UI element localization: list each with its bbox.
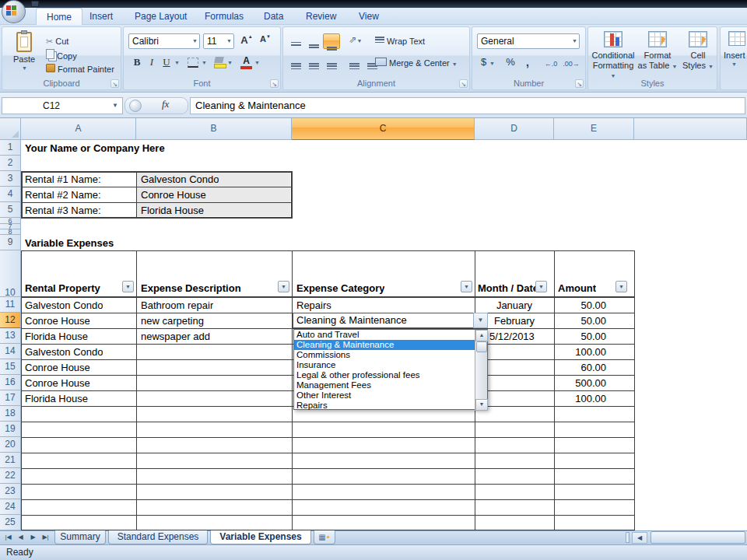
dropdown-item[interactable]: Repairs <box>294 401 476 411</box>
currency-button[interactable]: $ ▼ <box>477 55 499 71</box>
row-header-25[interactable]: 25 <box>0 515 21 530</box>
font-dialog-launcher[interactable]: ↘ <box>270 79 279 88</box>
font-family-combo[interactable]: Calibri▼ <box>128 33 200 49</box>
row-header-20[interactable]: 20 <box>0 437 21 453</box>
dropdown-item[interactable]: Auto and Travel <box>294 330 476 340</box>
dropdown-button[interactable]: ▼ <box>473 313 488 328</box>
tab-view[interactable]: View <box>349 8 389 25</box>
borders-dropdown-arrow[interactable]: ▼ <box>202 60 207 65</box>
column-header-e[interactable]: E <box>554 118 634 140</box>
prev-sheet-button[interactable]: ◀ <box>15 532 26 543</box>
italic-button[interactable]: I <box>145 55 159 71</box>
cell-a15[interactable]: Conroe House <box>25 360 90 376</box>
column-header-b[interactable]: B <box>136 118 292 140</box>
column-header-a[interactable]: A <box>21 118 136 140</box>
row-header-15[interactable]: 15 <box>0 359 21 375</box>
row-header-14[interactable]: 14 <box>0 344 21 359</box>
clipboard-dialog-launcher[interactable]: ↘ <box>110 79 119 88</box>
fill-color-button[interactable] <box>214 57 225 68</box>
row-header-22[interactable]: 22 <box>0 468 21 484</box>
dropdown-scrollbar[interactable]: ▲ ▼ <box>475 330 487 411</box>
select-all-corner[interactable] <box>0 118 21 140</box>
cell-a17[interactable]: Florida House <box>25 391 88 407</box>
format-painter-button[interactable]: Format Painter <box>46 63 124 76</box>
alignment-dialog-launcher[interactable]: ↘ <box>459 79 468 88</box>
font-size-combo[interactable]: 11▼ <box>203 33 234 49</box>
cell-rental1-label[interactable]: Rental #1 Name: <box>25 172 101 187</box>
dropdown-item[interactable]: Commissions <box>294 350 476 360</box>
number-format-combo[interactable]: General▼ <box>477 33 580 49</box>
cell-a9-section-title[interactable]: Variable Expenses <box>25 236 114 251</box>
row-header-13[interactable]: 13 <box>0 328 21 344</box>
next-sheet-button[interactable]: ▶ <box>27 532 39 543</box>
row-header-18[interactable]: 18 <box>0 406 21 422</box>
format-as-table-button[interactable]: Format as Table ▼ <box>637 30 678 79</box>
row-header-8[interactable]: 8 <box>0 229 21 235</box>
cell-e13[interactable]: 50.00 <box>554 329 606 345</box>
header-month-date[interactable]: Month / Date <box>478 281 535 296</box>
cell-d11[interactable]: January <box>475 298 553 313</box>
cell-d13[interactable]: 5/12/2013 <box>489 329 535 345</box>
first-sheet-button[interactable]: |◀ <box>2 532 14 543</box>
align-left-button[interactable] <box>287 55 304 71</box>
cell-a12[interactable]: Conroe House <box>25 313 90 329</box>
borders-icon[interactable] <box>188 58 198 68</box>
row-header-7[interactable]: 7 <box>0 224 21 229</box>
filter-button-month[interactable]: ▼ <box>535 281 547 292</box>
percent-button[interactable]: % <box>502 55 519 71</box>
header-expense-category[interactable]: Expense Category <box>296 281 384 296</box>
align-top-button[interactable] <box>287 33 304 49</box>
filter-button-description[interactable]: ▼ <box>278 281 289 292</box>
cell-rental2-label[interactable]: Rental #2 Name: <box>25 187 101 203</box>
cell-b12[interactable]: new carpeting <box>141 313 204 329</box>
name-box[interactable]: C12 <box>2 97 123 114</box>
align-middle-button[interactable] <box>305 33 322 49</box>
bold-button[interactable]: B <box>130 55 144 71</box>
header-rental-property[interactable]: Rental Property <box>25 281 100 296</box>
cell-a13[interactable]: Florida House <box>25 329 88 345</box>
tab-data[interactable]: Data <box>254 8 293 25</box>
cell-rental2-value[interactable]: Conroe House <box>141 187 206 203</box>
cell-rental3-value[interactable]: Florida House <box>141 203 204 219</box>
decrease-indent-button[interactable] <box>345 55 363 71</box>
tab-insert[interactable]: Insert <box>79 8 123 25</box>
cell-b13[interactable]: newspaper add <box>141 329 210 345</box>
conditional-formatting-button[interactable]: Conditional Formatting ▼ <box>591 30 636 79</box>
align-right-button[interactable] <box>323 55 340 71</box>
row-header-5[interactable]: 5 <box>0 202 21 218</box>
tab-home[interactable]: Home <box>36 8 82 25</box>
row-header-19[interactable]: 19 <box>0 422 21 437</box>
formula-input[interactable]: Cleaning & Maintenance <box>190 97 745 114</box>
comma-button[interactable]: , <box>521 55 535 71</box>
row-header-9[interactable]: 9 <box>0 235 21 250</box>
wrap-text-button[interactable]: Wrap Text <box>375 35 461 48</box>
row-header-4[interactable]: 4 <box>0 187 21 202</box>
fx-icon[interactable]: fx <box>162 98 169 110</box>
name-box-dropdown-arrow[interactable]: ▼ <box>109 97 121 114</box>
insert-worksheet-button[interactable]: ▦✦ <box>314 530 335 544</box>
cell-e14[interactable]: 100.00 <box>554 345 606 360</box>
hscroll-thumb[interactable] <box>651 531 745 544</box>
header-expense-description[interactable]: Expense Description <box>141 281 241 296</box>
filter-button-amount[interactable]: ▼ <box>615 281 627 292</box>
row-header-21[interactable]: 21 <box>0 453 21 468</box>
grow-font-button[interactable]: A▲ <box>237 33 256 49</box>
tab-formulas[interactable]: Formulas <box>195 8 254 25</box>
hscroll-left-arrow[interactable]: ◀ <box>632 532 647 544</box>
align-center-button[interactable] <box>305 55 322 71</box>
merge-center-button[interactable]: Merge & Center ▼ <box>375 57 468 70</box>
dropdown-item[interactable]: Management Fees <box>294 380 476 390</box>
scroll-down-icon[interactable]: ▼ <box>475 399 488 411</box>
number-dialog-launcher[interactable]: ↘ <box>575 79 584 88</box>
filter-button-category[interactable]: ▼ <box>461 281 472 292</box>
cell-e16[interactable]: 500.00 <box>554 376 606 391</box>
tab-review[interactable]: Review <box>296 8 346 25</box>
increase-decimal-button[interactable]: ←.0 <box>541 55 561 71</box>
copy-button[interactable]: Copy <box>46 49 121 62</box>
row-header-12[interactable]: 12 <box>0 313 21 328</box>
cell-rental3-label[interactable]: Rental #3 Name: <box>25 203 101 219</box>
row-header-24[interactable]: 24 <box>0 499 21 515</box>
decrease-decimal-button[interactable]: .00→ <box>561 55 581 71</box>
tab-page-layout[interactable]: Page Layout <box>124 8 197 25</box>
cell-b11[interactable]: Bathroom repair <box>141 298 213 313</box>
